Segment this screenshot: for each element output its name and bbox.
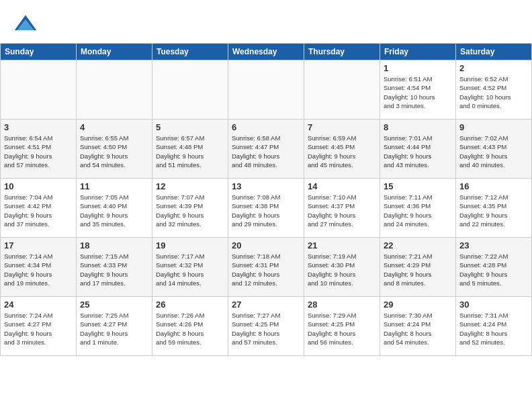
day-info: Sunrise: 7:08 AM Sunset: 4:38 PM Dayligh… bbox=[232, 193, 300, 228]
calendar-cell-empty bbox=[152, 60, 228, 120]
calendar-cell: 11Sunrise: 7:05 AM Sunset: 4:40 PM Dayli… bbox=[77, 179, 152, 238]
day-info: Sunrise: 7:01 AM Sunset: 4:44 PM Dayligh… bbox=[384, 134, 452, 169]
day-number: 12 bbox=[156, 181, 224, 191]
day-info: Sunrise: 7:14 AM Sunset: 4:34 PM Dayligh… bbox=[4, 252, 73, 287]
day-number: 21 bbox=[308, 240, 376, 250]
calendar-cell: 1Sunrise: 6:51 AM Sunset: 4:54 PM Daylig… bbox=[380, 60, 456, 120]
calendar-cell: 23Sunrise: 7:22 AM Sunset: 4:28 PM Dayli… bbox=[456, 238, 532, 297]
day-number: 6 bbox=[232, 122, 300, 132]
day-number: 8 bbox=[384, 122, 452, 132]
calendar-cell: 8Sunrise: 7:01 AM Sunset: 4:44 PM Daylig… bbox=[380, 120, 456, 179]
day-number: 20 bbox=[232, 240, 300, 250]
day-info: Sunrise: 7:30 AM Sunset: 4:24 PM Dayligh… bbox=[384, 311, 452, 347]
day-info: Sunrise: 7:11 AM Sunset: 4:36 PM Dayligh… bbox=[384, 193, 452, 228]
calendar-cell: 7Sunrise: 6:59 AM Sunset: 4:45 PM Daylig… bbox=[304, 120, 380, 179]
day-number: 30 bbox=[459, 300, 528, 310]
day-info: Sunrise: 7:15 AM Sunset: 4:33 PM Dayligh… bbox=[80, 252, 148, 287]
calendar-cell: 19Sunrise: 7:17 AM Sunset: 4:32 PM Dayli… bbox=[152, 238, 228, 297]
calendar-cell: 24Sunrise: 7:24 AM Sunset: 4:27 PM Dayli… bbox=[1, 297, 77, 356]
calendar-cell: 29Sunrise: 7:30 AM Sunset: 4:24 PM Dayli… bbox=[380, 297, 456, 356]
calendar-week-row: 24Sunrise: 7:24 AM Sunset: 4:27 PM Dayli… bbox=[1, 297, 532, 356]
day-info: Sunrise: 7:04 AM Sunset: 4:42 PM Dayligh… bbox=[4, 193, 73, 228]
day-info: Sunrise: 6:58 AM Sunset: 4:47 PM Dayligh… bbox=[232, 134, 300, 169]
day-number: 4 bbox=[80, 122, 148, 132]
day-number: 25 bbox=[80, 300, 148, 310]
day-info: Sunrise: 7:17 AM Sunset: 4:32 PM Dayligh… bbox=[156, 252, 224, 287]
day-info: Sunrise: 6:54 AM Sunset: 4:51 PM Dayligh… bbox=[4, 134, 73, 169]
calendar-cell: 17Sunrise: 7:14 AM Sunset: 4:34 PM Dayli… bbox=[1, 238, 77, 297]
day-info: Sunrise: 7:02 AM Sunset: 4:43 PM Dayligh… bbox=[459, 134, 528, 169]
calendar-week-row: 10Sunrise: 7:04 AM Sunset: 4:42 PM Dayli… bbox=[1, 179, 532, 238]
day-info: Sunrise: 6:57 AM Sunset: 4:48 PM Dayligh… bbox=[156, 134, 224, 169]
day-number: 16 bbox=[459, 181, 528, 191]
calendar-cell: 13Sunrise: 7:08 AM Sunset: 4:38 PM Dayli… bbox=[228, 179, 304, 238]
day-info: Sunrise: 7:12 AM Sunset: 4:35 PM Dayligh… bbox=[459, 193, 528, 228]
day-info: Sunrise: 7:05 AM Sunset: 4:40 PM Dayligh… bbox=[80, 193, 148, 228]
day-info: Sunrise: 6:51 AM Sunset: 4:54 PM Dayligh… bbox=[384, 75, 452, 110]
day-number: 15 bbox=[384, 181, 452, 191]
calendar-cell-empty bbox=[304, 60, 380, 120]
page-header bbox=[0, 0, 532, 43]
calendar-cell: 6Sunrise: 6:58 AM Sunset: 4:47 PM Daylig… bbox=[228, 120, 304, 179]
logo-icon bbox=[13, 12, 38, 36]
calendar-cell: 15Sunrise: 7:11 AM Sunset: 4:36 PM Dayli… bbox=[380, 179, 456, 238]
weekday-header: Saturday bbox=[456, 44, 532, 60]
logo bbox=[13, 12, 42, 36]
calendar-cell: 27Sunrise: 7:27 AM Sunset: 4:25 PM Dayli… bbox=[228, 297, 304, 356]
day-number: 18 bbox=[80, 240, 148, 250]
calendar-cell-empty bbox=[228, 60, 304, 120]
day-info: Sunrise: 7:26 AM Sunset: 4:26 PM Dayligh… bbox=[156, 311, 224, 347]
calendar-week-row: 1Sunrise: 6:51 AM Sunset: 4:54 PM Daylig… bbox=[1, 60, 532, 120]
day-number: 26 bbox=[156, 300, 224, 310]
day-number: 5 bbox=[156, 122, 224, 132]
day-info: Sunrise: 6:52 AM Sunset: 4:52 PM Dayligh… bbox=[459, 75, 528, 110]
day-info: Sunrise: 7:19 AM Sunset: 4:30 PM Dayligh… bbox=[308, 252, 376, 287]
calendar-cell: 30Sunrise: 7:31 AM Sunset: 4:24 PM Dayli… bbox=[456, 297, 532, 356]
day-info: Sunrise: 7:07 AM Sunset: 4:39 PM Dayligh… bbox=[156, 193, 224, 228]
weekday-header: Tuesday bbox=[152, 44, 228, 60]
calendar-cell: 2Sunrise: 6:52 AM Sunset: 4:52 PM Daylig… bbox=[456, 60, 532, 120]
calendar-cell: 5Sunrise: 6:57 AM Sunset: 4:48 PM Daylig… bbox=[152, 120, 228, 179]
day-info: Sunrise: 7:10 AM Sunset: 4:37 PM Dayligh… bbox=[308, 193, 376, 228]
calendar-cell: 22Sunrise: 7:21 AM Sunset: 4:29 PM Dayli… bbox=[380, 238, 456, 297]
calendar-cell: 14Sunrise: 7:10 AM Sunset: 4:37 PM Dayli… bbox=[304, 179, 380, 238]
calendar-table: SundayMondayTuesdayWednesdayThursdayFrid… bbox=[0, 43, 532, 356]
day-number: 22 bbox=[384, 240, 452, 250]
calendar-cell: 12Sunrise: 7:07 AM Sunset: 4:39 PM Dayli… bbox=[152, 179, 228, 238]
day-info: Sunrise: 6:55 AM Sunset: 4:50 PM Dayligh… bbox=[80, 134, 148, 169]
day-number: 7 bbox=[308, 122, 376, 132]
day-number: 2 bbox=[459, 63, 528, 73]
day-number: 17 bbox=[4, 240, 73, 250]
weekday-header: Friday bbox=[380, 44, 456, 60]
calendar-cell-empty bbox=[77, 60, 152, 120]
weekday-header: Thursday bbox=[304, 44, 380, 60]
day-info: Sunrise: 6:59 AM Sunset: 4:45 PM Dayligh… bbox=[308, 134, 376, 169]
calendar-cell-empty bbox=[1, 60, 77, 120]
weekday-header: Sunday bbox=[1, 44, 77, 60]
calendar-cell: 16Sunrise: 7:12 AM Sunset: 4:35 PM Dayli… bbox=[456, 179, 532, 238]
day-info: Sunrise: 7:18 AM Sunset: 4:31 PM Dayligh… bbox=[232, 252, 300, 287]
weekday-header: Wednesday bbox=[228, 44, 304, 60]
day-number: 9 bbox=[459, 122, 528, 132]
day-number: 23 bbox=[459, 240, 528, 250]
calendar-cell: 26Sunrise: 7:26 AM Sunset: 4:26 PM Dayli… bbox=[152, 297, 228, 356]
day-info: Sunrise: 7:25 AM Sunset: 4:27 PM Dayligh… bbox=[80, 311, 148, 347]
calendar-cell: 4Sunrise: 6:55 AM Sunset: 4:50 PM Daylig… bbox=[77, 120, 152, 179]
day-info: Sunrise: 7:31 AM Sunset: 4:24 PM Dayligh… bbox=[459, 311, 528, 347]
day-info: Sunrise: 7:27 AM Sunset: 4:25 PM Dayligh… bbox=[232, 311, 300, 347]
day-number: 13 bbox=[232, 181, 300, 191]
calendar-cell: 28Sunrise: 7:29 AM Sunset: 4:25 PM Dayli… bbox=[304, 297, 380, 356]
calendar-cell: 9Sunrise: 7:02 AM Sunset: 4:43 PM Daylig… bbox=[456, 120, 532, 179]
day-number: 1 bbox=[384, 63, 452, 73]
day-number: 19 bbox=[156, 240, 224, 250]
weekday-header-row: SundayMondayTuesdayWednesdayThursdayFrid… bbox=[1, 44, 532, 60]
calendar-cell: 10Sunrise: 7:04 AM Sunset: 4:42 PM Dayli… bbox=[1, 179, 77, 238]
day-number: 29 bbox=[384, 300, 452, 310]
day-info: Sunrise: 7:29 AM Sunset: 4:25 PM Dayligh… bbox=[308, 311, 376, 347]
calendar-week-row: 17Sunrise: 7:14 AM Sunset: 4:34 PM Dayli… bbox=[1, 238, 532, 297]
day-number: 14 bbox=[308, 181, 376, 191]
day-info: Sunrise: 7:24 AM Sunset: 4:27 PM Dayligh… bbox=[4, 311, 73, 347]
calendar-week-row: 3Sunrise: 6:54 AM Sunset: 4:51 PM Daylig… bbox=[1, 120, 532, 179]
calendar-cell: 3Sunrise: 6:54 AM Sunset: 4:51 PM Daylig… bbox=[1, 120, 77, 179]
calendar-cell: 20Sunrise: 7:18 AM Sunset: 4:31 PM Dayli… bbox=[228, 238, 304, 297]
